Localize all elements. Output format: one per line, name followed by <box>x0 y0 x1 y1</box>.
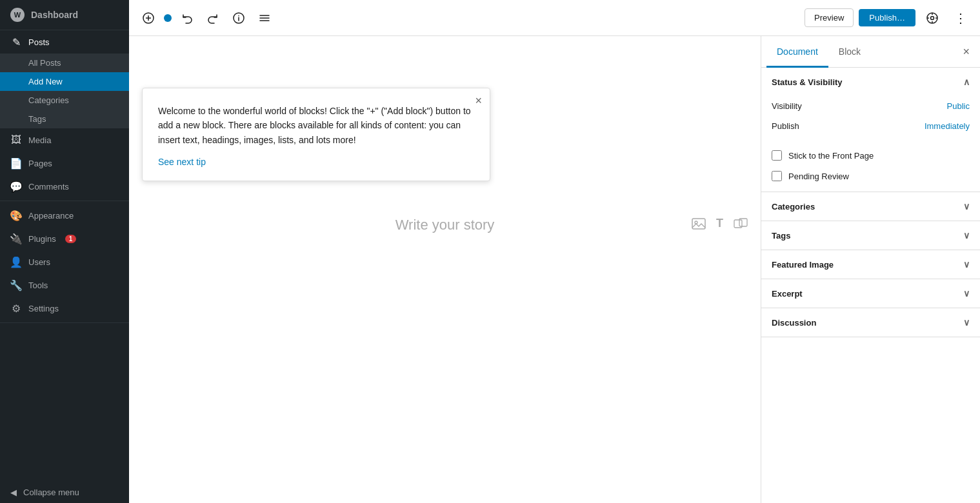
collapse-menu-button[interactable]: ◀ Collapse menu <box>0 482 129 503</box>
tab-document[interactable]: Document <box>766 36 828 68</box>
settings-label: Settings <box>28 304 59 313</box>
discussion-header[interactable]: Discussion ∨ <box>761 308 980 337</box>
sidebar-item-tools[interactable]: 🔧 Tools <box>0 273 129 297</box>
discussion-label: Discussion <box>772 318 816 328</box>
svg-point-10 <box>931 16 934 19</box>
tags-header[interactable]: Tags ∨ <box>761 221 980 250</box>
publish-button[interactable]: Publish… <box>859 9 915 26</box>
tags-chevron: ∨ <box>963 230 970 241</box>
preview-button[interactable]: Preview <box>805 8 854 27</box>
tab-block[interactable]: Block <box>828 36 871 68</box>
welcome-tooltip: × Welcome to the wonderful world of bloc… <box>142 88 490 181</box>
sidebar-item-settings[interactable]: ⚙ Settings <box>0 297 129 320</box>
publish-row: Publish Immediately <box>772 116 970 136</box>
sidebar-item-comments[interactable]: 💬 Comments <box>0 175 129 198</box>
sidebar: W Dashboard ✎ Posts All Posts Add New Ca… <box>0 0 129 503</box>
discussion-chevron: ∨ <box>963 317 970 328</box>
panel-tabs: Document Block × <box>761 36 980 68</box>
svg-rect-15 <box>692 219 705 229</box>
posts-submenu: All Posts Add New Categories Tags <box>0 54 129 128</box>
tab-document-label: Document <box>777 46 818 57</box>
section-tags: Tags ∨ <box>761 221 980 250</box>
plugins-badge: 1 <box>65 235 77 243</box>
users-icon: 👤 <box>10 256 22 268</box>
pending-review-checkbox[interactable] <box>772 171 782 181</box>
plugins-label: Plugins <box>28 234 56 244</box>
tools-label: Tools <box>28 281 48 290</box>
users-label: Users <box>28 257 50 267</box>
svg-point-5 <box>238 15 239 16</box>
section-discussion: Discussion ∨ <box>761 308 980 337</box>
sidebar-item-tags[interactable]: Tags <box>0 110 129 128</box>
see-next-tip-link[interactable]: See next tip <box>158 157 206 167</box>
sidebar-item-add-new[interactable]: Add New <box>0 72 129 91</box>
add-block-button[interactable] <box>137 6 160 30</box>
sidebar-logo[interactable]: W Dashboard <box>0 0 129 30</box>
publish-value[interactable]: Immediately <box>925 121 970 131</box>
insert-gallery-icon[interactable] <box>734 217 748 234</box>
posts-label: Posts <box>28 37 50 47</box>
plugins-icon: 🔌 <box>10 233 22 244</box>
featured-image-header[interactable]: Featured Image ∨ <box>761 250 980 279</box>
more-options-button[interactable]: ⋮ <box>949 6 972 30</box>
sidebar-item-all-posts[interactable]: All Posts <box>0 54 129 72</box>
excerpt-chevron: ∨ <box>963 288 970 299</box>
editor-settings-button[interactable] <box>921 6 944 30</box>
pending-review-label: Pending Review <box>788 172 849 181</box>
comments-icon: 💬 <box>10 181 22 192</box>
status-visibility-body: Visibility Public Publish Immediately <box>761 96 980 145</box>
editor-canvas[interactable]: × Welcome to the wonderful world of bloc… <box>129 36 761 503</box>
categories-label: Categories <box>28 95 69 105</box>
excerpt-label: Excerpt <box>772 289 803 299</box>
status-visibility-header[interactable]: Status & Visibility ∧ <box>761 68 980 96</box>
stick-front-page-label: Stick to the Front Page <box>788 151 874 161</box>
sidebar-item-media[interactable]: 🖼 Media <box>0 128 129 152</box>
editor-toolbar: Preview Publish… ⋮ <box>129 0 980 36</box>
editor-area: × Welcome to the wonderful world of bloc… <box>129 36 980 503</box>
redo-button[interactable] <box>201 6 225 30</box>
excerpt-header[interactable]: Excerpt ∨ <box>761 279 980 308</box>
list-view-button[interactable] <box>253 6 276 30</box>
media-label: Media <box>28 135 51 145</box>
right-panel: Document Block × Status & Visibility ∧ V… <box>761 36 980 503</box>
sidebar-item-plugins[interactable]: 🔌 Plugins 1 <box>0 227 129 250</box>
sidebar-item-categories[interactable]: Categories <box>0 91 129 110</box>
story-area[interactable]: Write your story T <box>155 217 735 233</box>
categories-header[interactable]: Categories ∨ <box>761 192 980 221</box>
visibility-value[interactable]: Public <box>947 101 970 111</box>
pending-review-row: Pending Review <box>761 166 980 186</box>
canvas-body: Write your story T <box>155 217 735 503</box>
welcome-text: Welcome to the wonderful world of blocks… <box>158 104 474 147</box>
section-excerpt: Excerpt ∨ <box>761 279 980 308</box>
categories-label: Categories <box>772 202 815 212</box>
panel-close-button[interactable]: × <box>957 43 975 61</box>
tab-block-label: Block <box>839 46 861 57</box>
sidebar-divider-2 <box>0 322 129 323</box>
tags-label: Tags <box>28 114 46 124</box>
toolbar-right: Preview Publish… ⋮ <box>805 6 972 30</box>
sidebar-item-posts[interactable]: ✎ Posts <box>0 30 129 54</box>
insert-image-icon[interactable] <box>692 217 706 234</box>
status-visibility-label: Status & Visibility <box>772 77 843 87</box>
insert-text-icon[interactable]: T <box>716 217 723 234</box>
stick-front-page-checkbox[interactable] <box>772 150 782 161</box>
wordpress-icon: W <box>10 8 25 22</box>
sidebar-item-users[interactable]: 👤 Users <box>0 250 129 273</box>
section-featured-image: Featured Image ∨ <box>761 250 980 279</box>
blue-dot-indicator <box>164 14 172 22</box>
info-button[interactable] <box>227 6 250 30</box>
sidebar-item-pages[interactable]: 📄 Pages <box>0 152 129 175</box>
sidebar-divider-1 <box>0 201 129 201</box>
sidebar-item-appearance[interactable]: 🎨 Appearance <box>0 204 129 227</box>
all-posts-label: All Posts <box>28 58 61 68</box>
featured-image-chevron: ∨ <box>963 259 970 270</box>
status-visibility-chevron: ∧ <box>963 77 970 87</box>
dashboard-label: Dashboard <box>31 10 78 20</box>
stick-front-page-row: Stick to the Front Page <box>761 145 980 166</box>
publish-label: Publish <box>772 121 799 131</box>
welcome-close-button[interactable]: × <box>475 95 482 106</box>
insert-icons: T <box>692 217 748 234</box>
undo-button[interactable] <box>175 6 199 30</box>
settings-icon: ⚙ <box>10 302 22 314</box>
section-categories: Categories ∨ <box>761 192 980 221</box>
